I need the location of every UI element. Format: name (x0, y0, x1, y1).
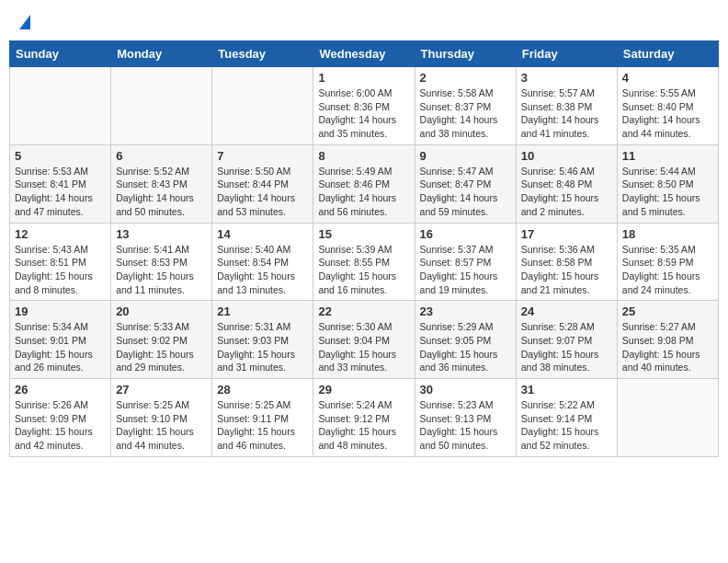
day-info: Sunrise: 5:47 AMSunset: 8:47 PMDaylight:… (420, 165, 511, 219)
day-number: 3 (521, 71, 612, 85)
day-cell: 24Sunrise: 5:28 AMSunset: 9:07 PMDayligh… (516, 301, 617, 379)
day-info: Sunrise: 5:31 AMSunset: 9:03 PMDaylight:… (217, 320, 308, 374)
day-cell: 20Sunrise: 5:33 AMSunset: 9:02 PMDayligh… (111, 301, 212, 379)
day-cell (10, 67, 111, 145)
day-number: 21 (217, 304, 308, 318)
day-info: Sunrise: 5:27 AMSunset: 9:08 PMDaylight:… (622, 320, 713, 374)
day-number: 18 (622, 227, 713, 241)
day-cell: 11Sunrise: 5:44 AMSunset: 8:50 PMDayligh… (617, 144, 718, 223)
day-info: Sunrise: 5:30 AMSunset: 9:04 PMDaylight:… (318, 320, 409, 374)
day-info: Sunrise: 5:55 AMSunset: 8:40 PMDaylight:… (622, 86, 713, 141)
weekday-header-monday: Monday (111, 41, 212, 67)
day-cell (111, 67, 212, 145)
day-cell: 10Sunrise: 5:46 AMSunset: 8:48 PMDayligh… (516, 144, 617, 223)
day-info: Sunrise: 5:33 AMSunset: 9:02 PMDaylight:… (116, 320, 207, 374)
day-number: 10 (521, 149, 612, 163)
day-number: 6 (116, 149, 207, 163)
day-info: Sunrise: 5:23 AMSunset: 9:13 PMDaylight:… (420, 398, 511, 453)
calendar-table: SundayMondayTuesdayWednesdayThursdayFrid… (9, 40, 719, 457)
day-number: 19 (15, 304, 106, 318)
day-cell: 30Sunrise: 5:23 AMSunset: 9:13 PMDayligh… (415, 379, 516, 457)
day-number: 22 (318, 304, 409, 318)
day-cell: 2Sunrise: 5:58 AMSunset: 8:37 PMDaylight… (415, 67, 516, 145)
day-cell: 3Sunrise: 5:57 AMSunset: 8:38 PMDaylight… (516, 67, 617, 145)
day-cell: 9Sunrise: 5:47 AMSunset: 8:47 PMDaylight… (415, 144, 516, 223)
day-info: Sunrise: 5:35 AMSunset: 8:59 PMDaylight:… (622, 243, 713, 297)
day-number: 30 (420, 383, 511, 396)
day-number: 12 (15, 227, 106, 241)
week-row-4: 19Sunrise: 5:34 AMSunset: 9:01 PMDayligh… (10, 301, 719, 379)
day-cell: 26Sunrise: 5:26 AMSunset: 9:09 PMDayligh… (10, 379, 111, 457)
day-number: 31 (521, 383, 612, 396)
day-cell: 31Sunrise: 5:22 AMSunset: 9:14 PMDayligh… (516, 379, 617, 457)
day-info: Sunrise: 5:22 AMSunset: 9:14 PMDaylight:… (521, 398, 612, 453)
day-cell: 29Sunrise: 5:24 AMSunset: 9:12 PMDayligh… (313, 379, 415, 457)
day-cell: 23Sunrise: 5:29 AMSunset: 9:05 PMDayligh… (415, 301, 516, 379)
day-number: 7 (217, 149, 308, 163)
day-cell: 18Sunrise: 5:35 AMSunset: 8:59 PMDayligh… (617, 223, 718, 301)
day-info: Sunrise: 5:26 AMSunset: 9:09 PMDaylight:… (15, 398, 106, 453)
day-cell: 12Sunrise: 5:43 AMSunset: 8:51 PMDayligh… (10, 223, 111, 301)
day-info: Sunrise: 5:29 AMSunset: 9:05 PMDaylight:… (420, 320, 511, 374)
day-cell: 8Sunrise: 5:49 AMSunset: 8:46 PMDaylight… (313, 144, 415, 223)
day-info: Sunrise: 5:40 AMSunset: 8:54 PMDaylight:… (217, 243, 308, 297)
day-number: 13 (116, 227, 207, 241)
day-number: 9 (420, 149, 511, 163)
weekday-header-saturday: Saturday (617, 41, 718, 67)
day-number: 20 (116, 304, 207, 318)
weekday-header-tuesday: Tuesday (212, 41, 313, 67)
day-info: Sunrise: 5:24 AMSunset: 9:12 PMDaylight:… (318, 398, 409, 453)
day-number: 15 (318, 227, 409, 241)
day-info: Sunrise: 5:37 AMSunset: 8:57 PMDaylight:… (420, 243, 511, 297)
day-info: Sunrise: 5:36 AMSunset: 8:58 PMDaylight:… (521, 243, 612, 297)
day-info: Sunrise: 5:49 AMSunset: 8:46 PMDaylight:… (318, 165, 409, 219)
day-number: 28 (217, 383, 308, 396)
day-cell: 5Sunrise: 5:53 AMSunset: 8:41 PMDaylight… (10, 144, 111, 223)
day-cell (617, 379, 718, 457)
day-info: Sunrise: 5:41 AMSunset: 8:53 PMDaylight:… (116, 243, 207, 297)
day-number: 26 (15, 383, 106, 396)
day-info: Sunrise: 5:28 AMSunset: 9:07 PMDaylight:… (521, 320, 612, 374)
day-number: 1 (318, 71, 409, 85)
day-number: 16 (420, 227, 511, 241)
weekday-header-thursday: Thursday (415, 41, 516, 67)
day-info: Sunrise: 5:52 AMSunset: 8:43 PMDaylight:… (116, 165, 207, 219)
day-info: Sunrise: 5:50 AMSunset: 8:44 PMDaylight:… (217, 165, 308, 219)
day-number: 11 (622, 149, 713, 163)
week-row-3: 12Sunrise: 5:43 AMSunset: 8:51 PMDayligh… (10, 223, 719, 301)
day-number: 25 (622, 304, 713, 318)
day-info: Sunrise: 6:00 AMSunset: 8:36 PMDaylight:… (318, 86, 409, 141)
day-cell: 16Sunrise: 5:37 AMSunset: 8:57 PMDayligh… (415, 223, 516, 301)
day-info: Sunrise: 5:34 AMSunset: 9:01 PMDaylight:… (15, 320, 106, 374)
day-cell: 19Sunrise: 5:34 AMSunset: 9:01 PMDayligh… (10, 301, 111, 379)
week-row-1: 1Sunrise: 6:00 AMSunset: 8:36 PMDaylight… (10, 67, 719, 145)
day-cell: 22Sunrise: 5:30 AMSunset: 9:04 PMDayligh… (313, 301, 415, 379)
day-info: Sunrise: 5:25 AMSunset: 9:10 PMDaylight:… (116, 398, 207, 453)
day-number: 17 (521, 227, 612, 241)
day-info: Sunrise: 5:25 AMSunset: 9:11 PMDaylight:… (217, 398, 308, 453)
day-number: 2 (420, 71, 511, 85)
weekday-header-wednesday: Wednesday (313, 41, 415, 67)
day-number: 8 (318, 149, 409, 163)
day-cell (212, 67, 313, 145)
logo-arrow-icon (19, 15, 30, 29)
day-info: Sunrise: 5:39 AMSunset: 8:55 PMDaylight:… (318, 243, 409, 297)
day-cell: 21Sunrise: 5:31 AMSunset: 9:03 PMDayligh… (212, 301, 313, 379)
day-number: 29 (318, 383, 409, 396)
day-cell: 15Sunrise: 5:39 AMSunset: 8:55 PMDayligh… (313, 223, 415, 301)
day-cell: 25Sunrise: 5:27 AMSunset: 9:08 PMDayligh… (617, 301, 718, 379)
day-number: 23 (420, 304, 511, 318)
day-info: Sunrise: 5:57 AMSunset: 8:38 PMDaylight:… (521, 86, 612, 141)
day-number: 24 (521, 304, 612, 318)
day-cell: 28Sunrise: 5:25 AMSunset: 9:11 PMDayligh… (212, 379, 313, 457)
day-number: 14 (217, 227, 308, 241)
day-cell: 7Sunrise: 5:50 AMSunset: 8:44 PMDaylight… (212, 144, 313, 223)
day-cell: 17Sunrise: 5:36 AMSunset: 8:58 PMDayligh… (516, 223, 617, 301)
day-info: Sunrise: 5:44 AMSunset: 8:50 PMDaylight:… (622, 165, 713, 219)
day-number: 5 (15, 149, 106, 163)
day-info: Sunrise: 5:46 AMSunset: 8:48 PMDaylight:… (521, 165, 612, 219)
day-info: Sunrise: 5:53 AMSunset: 8:41 PMDaylight:… (15, 165, 106, 219)
day-cell: 13Sunrise: 5:41 AMSunset: 8:53 PMDayligh… (111, 223, 212, 301)
day-info: Sunrise: 5:43 AMSunset: 8:51 PMDaylight:… (15, 243, 106, 297)
day-number: 4 (622, 71, 713, 85)
